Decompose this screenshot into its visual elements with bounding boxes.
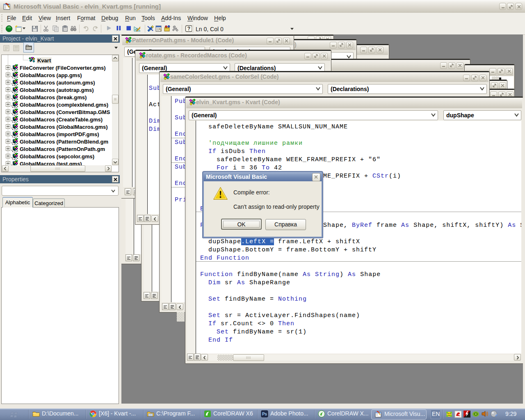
svg-text:?: ?: [187, 26, 190, 32]
svg-text:Ps: Ps: [262, 412, 267, 416]
